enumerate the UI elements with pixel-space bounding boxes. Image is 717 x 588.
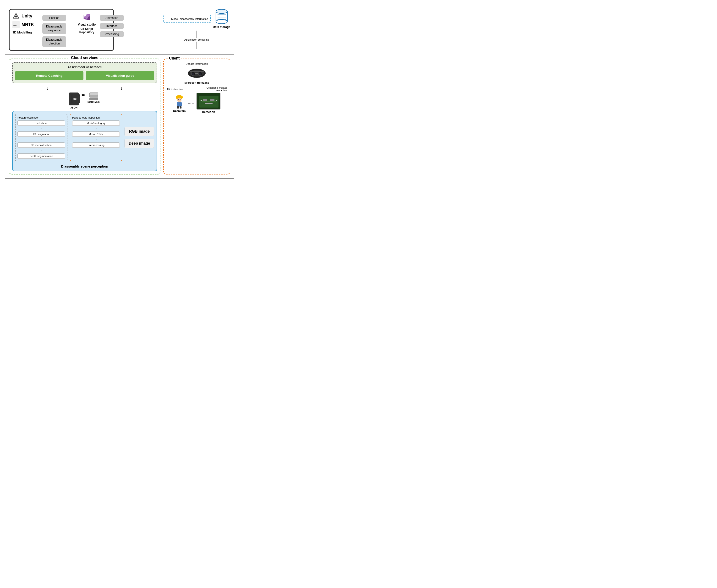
cloud-services-title: Cloud services <box>69 56 100 60</box>
vs-label: Visual studio <box>78 23 96 26</box>
image-col: RGB image Deep image <box>125 114 154 161</box>
unity-icon <box>13 13 20 20</box>
svg-point-30 <box>180 100 181 100</box>
visualisation-guide-btn: Visualisation guide <box>86 71 154 80</box>
rgbd-col: RGBD data <box>87 92 100 109</box>
disassembly-seq-btn: Disassembly sequence <box>42 23 66 34</box>
json-icon: {JS} <box>69 92 79 105</box>
svg-rect-40 <box>210 99 214 101</box>
modeling-box: Unity MR MRTK 3D Modelling Position Disa… <box>9 9 114 51</box>
rgbd-layer-1 <box>89 92 98 95</box>
svg-rect-43 <box>216 100 217 101</box>
detection-label: Detection <box>202 110 215 114</box>
svg-point-10 <box>216 20 227 24</box>
green-cloud-box: Cloud services Assignment assistance Rem… <box>9 59 160 174</box>
depth-seg-btn: Depth segmentation <box>18 153 65 159</box>
model-info-row: ← Model, disassembly information <box>163 9 230 29</box>
svg-rect-41 <box>205 103 212 104</box>
operators-detection-row: Operators - - → <box>167 93 227 114</box>
client-title: Client <box>168 56 181 61</box>
posture-box: Posture estimation detection ↑ ICP align… <box>15 114 67 161</box>
svg-text:MR: MR <box>14 24 17 26</box>
perception-box: Posture estimation detection ↑ ICP align… <box>12 111 157 171</box>
disassembly-dir-btn: Disassembly direction <box>42 36 66 47</box>
double-arrow: ⇆ <box>82 92 85 97</box>
json-label: JSON <box>70 106 78 109</box>
dashed-arrow-icon: - - → <box>187 101 194 106</box>
svg-rect-31 <box>177 102 182 107</box>
double-arrow-col: ⇆ <box>82 92 85 109</box>
mask-rcnn-btn: Mask RCNN <box>72 131 120 137</box>
json-rgbd-row: {JS} JSON ⇆ RGBD data <box>12 92 157 109</box>
up-arrow-2: ↑ <box>18 138 65 142</box>
hololens-label: Microsoft HoloLens <box>185 81 209 84</box>
hololens-area: Update information Microsoft HoloLens <box>167 62 227 84</box>
vertical-line <box>197 30 197 38</box>
main-diagram: Unity MR MRTK 3D Modelling Position Disa… <box>5 5 234 178</box>
svg-text:{JS}: {JS} <box>73 98 78 100</box>
data-storage-label: Data storage <box>213 25 230 29</box>
visual-studio-icon <box>82 13 91 22</box>
perception-inner: Posture estimation detection ↑ ICP align… <box>15 114 154 161</box>
client-box: Client Update information Microsoft Holo… <box>163 59 230 174</box>
ar-instruction-label: AR instruction <box>167 88 183 90</box>
model-info-box: ← Model, disassembly information <box>163 15 211 23</box>
top-right-cluster: ← Model, disassembly information <box>163 9 230 49</box>
rgbd-layer-2 <box>89 95 98 98</box>
preprocessing-btn: Preprocessing <box>72 143 120 148</box>
unity-label: Unity <box>22 14 32 19</box>
assignment-box: Assignment assistance Remote Coaching Vi… <box>12 62 157 83</box>
occasional-label: Occasional manual interaction <box>205 86 227 92</box>
worker-icon <box>173 94 185 108</box>
rgbd-stack <box>89 92 98 100</box>
detection-btn: detection <box>18 121 65 126</box>
ar-occasional-row: AR instruction ↕ Occasional manual inter… <box>167 86 227 92</box>
assignment-title: Assignment assistance <box>15 65 154 69</box>
up-arrow-3: ↑ <box>18 149 65 152</box>
up-arrow-1: ↑ <box>18 127 65 130</box>
rgbd-label: RGBD data <box>87 101 100 104</box>
perception-title: Diassembly scene perception <box>15 165 154 168</box>
down-arrow-1: ↓ <box>12 86 83 91</box>
mask-category-btn: Mask& category <box>72 121 120 126</box>
csharp-label: C# Script Repository <box>77 27 96 34</box>
deep-image-label: Deep image <box>129 141 150 145</box>
svg-rect-33 <box>180 106 182 108</box>
db-storage-area: Data storage <box>213 9 230 29</box>
unity-mrtk-col: Unity MR MRTK 3D Modelling <box>13 13 39 34</box>
mrtk-row: MR MRTK <box>13 21 39 28</box>
svg-point-28 <box>177 98 182 102</box>
vs-col: Visual studio C# Script Repository <box>77 13 96 34</box>
detection-col: Detection <box>197 93 221 114</box>
app-compiling-text: Application compiling <box>184 38 209 41</box>
animation-btn: Animation <box>100 15 124 21</box>
down-arrow-2: ↓ <box>86 86 157 91</box>
parts-box: Parts & tools inspection Mask& category … <box>70 114 122 161</box>
reconstruction-btn: 3D reconstruction <box>18 143 65 148</box>
bottom-panel: Cloud services Assignment assistance Rem… <box>5 55 234 178</box>
mrtk-icon: MR <box>13 21 20 28</box>
svg-rect-42 <box>201 100 202 101</box>
remote-coaching-btn: Remote Coaching <box>15 71 83 80</box>
app-compiling-area: Application compiling <box>184 30 209 49</box>
rgb-image-label: RGB image <box>129 129 150 133</box>
svg-point-29 <box>178 100 179 100</box>
rgb-image-box: RGB image <box>125 127 154 136</box>
svg-rect-39 <box>203 99 207 101</box>
operators-label: Operators <box>173 109 186 112</box>
svg-point-23 <box>192 73 194 75</box>
assignment-inner: Remote Coaching Visualisation guide <box>15 71 154 80</box>
label-3d: 3D Modelling <box>13 30 39 34</box>
svg-rect-32 <box>177 106 179 108</box>
up-arrow-4: ↑ <box>72 127 120 130</box>
json-col: {JS} JSON <box>69 92 79 109</box>
posture-title: Posture estimation <box>18 116 65 119</box>
svg-rect-25 <box>195 73 198 74</box>
model-info-text: Model, disassembly information <box>171 18 208 20</box>
unity-row: Unity <box>13 13 39 20</box>
processing-btn: Processing <box>100 31 124 37</box>
arrow-json-row: ↓ ↓ <box>12 86 157 91</box>
double-arrow-v: ↕ <box>193 87 195 91</box>
icp-alignment-btn: ICP alignment <box>18 131 65 137</box>
mrtk-label: MRTK <box>22 22 34 27</box>
